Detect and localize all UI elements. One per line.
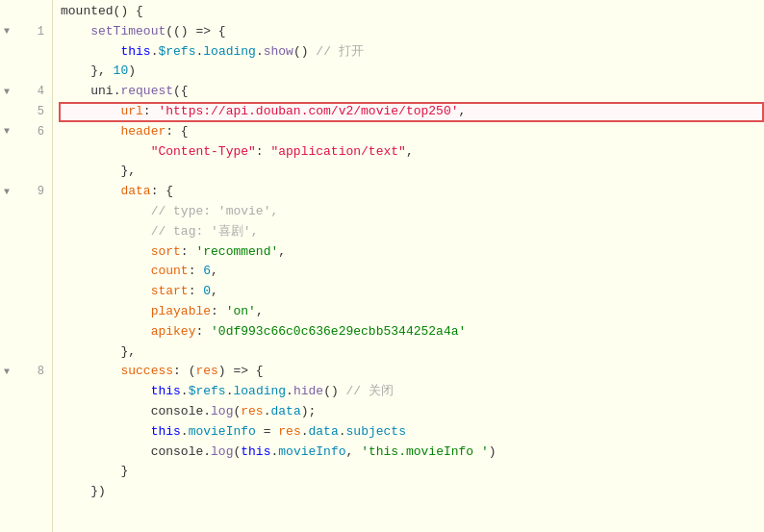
gutter-row (0, 302, 52, 322)
token (61, 82, 90, 102)
code-line: console.log(this.movieInfo, 'this.movieI… (61, 443, 764, 463)
token: : ( (173, 362, 195, 382)
token: () (293, 42, 316, 63)
gutter-row: 5 (0, 102, 52, 122)
fold-icon (0, 225, 13, 239)
fold-icon[interactable]: ▼ (0, 125, 13, 139)
fold-icon (0, 45, 13, 59)
token: . (256, 42, 264, 63)
code-line: count: 6, (61, 262, 764, 282)
token: hide (293, 382, 323, 402)
gutter-row (0, 2, 52, 22)
line-gutter: ▼1▼45▼6▼9▼8 (0, 0, 53, 532)
token: '0df993c66c0c636e29ecbb5344252a4a' (211, 322, 466, 342)
token: : { (151, 182, 173, 202)
token (61, 382, 151, 402)
fold-icon[interactable]: ▼ (0, 186, 13, 199)
token: }) (61, 482, 106, 502)
token: : (256, 142, 271, 163)
code-line: // type: 'movie', (61, 202, 764, 222)
token: . (286, 382, 293, 402)
code-line: }, (61, 342, 764, 363)
fold-icon (0, 105, 13, 118)
gutter-row (0, 462, 52, 482)
code-line: url: 'https://api.douban.com/v2/movie/to… (59, 102, 764, 122)
token: "Content-Type" (151, 142, 256, 163)
token: , (459, 102, 467, 122)
gutter-row (0, 262, 52, 282)
token: // type: 'movie', (151, 202, 279, 222)
token: console (151, 402, 204, 422)
token: apikey (151, 322, 196, 342)
token (61, 282, 151, 302)
gutter-row (0, 222, 52, 242)
code-line: mounted() { (61, 2, 764, 22)
token: ) (128, 62, 136, 82)
fold-icon (0, 65, 13, 79)
token (61, 202, 151, 222)
gutter-row: ▼6 (0, 122, 52, 142)
gutter-row (0, 342, 52, 363)
token: (() => { (166, 22, 225, 42)
token: 'on' (226, 302, 256, 322)
token: ({ (173, 82, 189, 102)
gutter-row (0, 162, 52, 182)
token (61, 122, 120, 142)
token: , (406, 142, 414, 163)
token (61, 142, 151, 163)
token: 'recommend' (195, 242, 278, 263)
token (61, 182, 120, 202)
code-line: }, 10) (61, 62, 764, 82)
token: : (189, 262, 204, 282)
token: 10 (114, 62, 129, 82)
token (61, 22, 90, 42)
gutter-row (0, 443, 52, 463)
token: . (339, 422, 346, 443)
token: , (278, 242, 286, 263)
token: : (143, 102, 159, 122)
token (61, 443, 151, 463)
gutter-row (0, 42, 52, 63)
token: "application/text" (270, 142, 405, 163)
token: : (211, 302, 226, 322)
token: : (189, 282, 204, 302)
token: start (151, 282, 189, 302)
token (61, 362, 120, 382)
gutter-row (0, 482, 52, 502)
line-number: 6 (13, 123, 48, 141)
token: }, (61, 342, 136, 363)
code-content: mounted() { setTimeout(() => { this.$ref… (53, 0, 764, 532)
fold-icon (0, 5, 13, 18)
code-line: success: (res) => { (61, 362, 764, 382)
token: : { (166, 122, 188, 142)
token: , (211, 262, 218, 282)
fold-icon (0, 305, 13, 318)
token: ); (301, 402, 317, 422)
fold-icon[interactable]: ▼ (0, 25, 13, 38)
token: 'this.movieInfo ' (361, 443, 489, 463)
token: setTimeout (90, 22, 166, 42)
token: show (264, 42, 293, 63)
token: . (114, 82, 121, 102)
token: . (203, 402, 211, 422)
token: , (256, 302, 264, 322)
fold-icon (0, 345, 13, 359)
gutter-row (0, 422, 52, 443)
token: header (120, 122, 166, 142)
gutter-row (0, 62, 52, 82)
fold-icon[interactable]: ▼ (0, 86, 13, 99)
fold-icon (0, 266, 13, 279)
token: ) (489, 443, 497, 463)
token: console (151, 443, 204, 463)
fold-icon (0, 165, 13, 179)
token: . (301, 422, 309, 443)
token: this (120, 42, 150, 63)
fold-icon[interactable]: ▼ (0, 366, 13, 379)
gutter-row (0, 382, 52, 402)
token: $refs (158, 42, 195, 63)
token: 'https://api.douban.com/v2/movie/top250' (158, 102, 458, 122)
token (61, 242, 151, 263)
fold-icon (0, 466, 13, 479)
token: res (195, 362, 217, 382)
token: data (120, 182, 150, 202)
